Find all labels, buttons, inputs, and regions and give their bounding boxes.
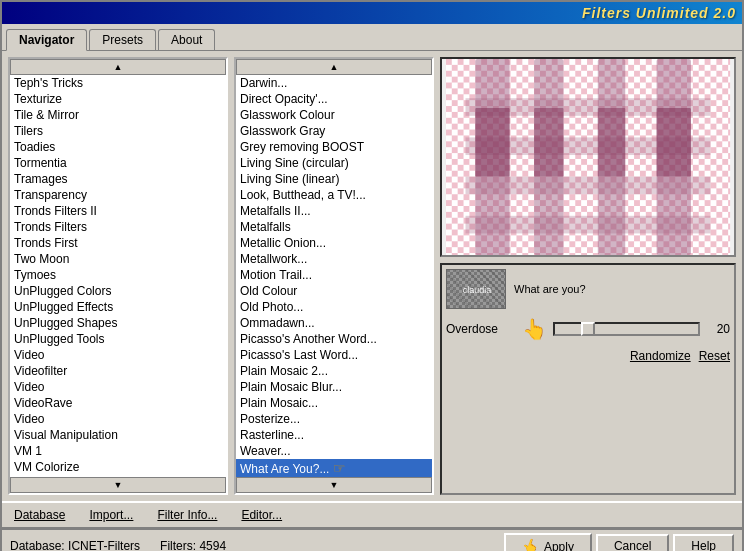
middle-list-item[interactable]: Motion Trail... bbox=[236, 267, 432, 283]
tab-navigator[interactable]: Navigator bbox=[6, 29, 87, 51]
left-list-item[interactable]: Teph's Tricks bbox=[10, 75, 226, 91]
left-scroll-down[interactable]: ▼ bbox=[10, 477, 226, 493]
left-list-item[interactable]: UnPlugged Effects bbox=[10, 299, 226, 315]
left-list-item[interactable]: Tormentia bbox=[10, 155, 226, 171]
tab-about[interactable]: About bbox=[158, 29, 215, 50]
svg-rect-13 bbox=[475, 108, 509, 177]
info-row: claudia What are you? bbox=[446, 269, 730, 309]
middle-list-item[interactable]: Picasso's Last Word... bbox=[236, 347, 432, 363]
apply-hand-icon: 👆 bbox=[520, 536, 541, 551]
left-list-item[interactable]: Video bbox=[10, 347, 226, 363]
svg-rect-20 bbox=[447, 269, 505, 309]
reset-button[interactable]: Reset bbox=[699, 349, 730, 363]
status-filters: Filters: 4594 bbox=[160, 539, 226, 551]
left-list-item[interactable]: UnPlugged Colors bbox=[10, 283, 226, 299]
middle-list-item[interactable]: Look, Butthead, a TV!... bbox=[236, 187, 432, 203]
left-list-item[interactable]: Visual Manipulation bbox=[10, 427, 226, 443]
middle-list-item[interactable]: Old Photo... bbox=[236, 299, 432, 315]
middle-list-item[interactable]: Metalfalls II... bbox=[236, 203, 432, 219]
help-button[interactable]: Help bbox=[673, 534, 734, 551]
middle-list-item[interactable]: Metalfalls bbox=[236, 219, 432, 235]
left-list-item[interactable]: Texturize bbox=[10, 91, 226, 107]
middle-filter-panel: ▲ Darwin...Direct Opacity'...Glasswork C… bbox=[234, 57, 434, 495]
left-list-item[interactable]: Toadies bbox=[10, 139, 226, 155]
filters-label: Filters: bbox=[160, 539, 196, 551]
claudia-thumbnail: claudia bbox=[446, 269, 506, 309]
svg-rect-15 bbox=[598, 108, 625, 177]
middle-list-item[interactable]: Glasswork Colour bbox=[236, 107, 432, 123]
cancel-button[interactable]: Cancel bbox=[596, 534, 669, 551]
left-category-panel: ▲ Teph's TricksTexturizeTile & MirrorTil… bbox=[8, 57, 228, 495]
tab-presets[interactable]: Presets bbox=[89, 29, 156, 50]
overdose-slider[interactable] bbox=[553, 322, 700, 336]
left-list-item[interactable]: Two Moon bbox=[10, 251, 226, 267]
middle-list-item[interactable]: Weaver... bbox=[236, 443, 432, 459]
left-scroll-up[interactable]: ▲ bbox=[10, 59, 226, 75]
apply-button[interactable]: 👆 Apply bbox=[504, 533, 592, 551]
left-list[interactable]: Teph's TricksTexturizeTile & MirrorTiler… bbox=[10, 75, 226, 477]
left-list-item[interactable]: UnPlugged Shapes bbox=[10, 315, 226, 331]
middle-list-item[interactable]: Direct Opacity'... bbox=[236, 91, 432, 107]
bottom-toolbar: Database Import... Filter Info... Editor… bbox=[2, 501, 742, 529]
left-list-item[interactable]: Transparency bbox=[10, 187, 226, 203]
middle-list-item[interactable]: Rasterline... bbox=[236, 427, 432, 443]
main-content: ▲ Teph's TricksTexturizeTile & MirrorTil… bbox=[2, 51, 742, 501]
main-window: Filters Unlimited 2.0 Navigator Presets … bbox=[0, 0, 744, 551]
apply-label: Apply bbox=[544, 540, 574, 551]
left-list-item[interactable]: Tilers bbox=[10, 123, 226, 139]
middle-list-item[interactable]: Darwin... bbox=[236, 75, 432, 91]
svg-rect-11 bbox=[466, 177, 711, 195]
hand-icon: 👆 bbox=[522, 317, 547, 341]
editor-button[interactable]: Editor... bbox=[237, 506, 286, 524]
middle-scroll-up[interactable]: ▲ bbox=[236, 59, 432, 75]
overdose-row: Overdose 👆 20 bbox=[446, 315, 730, 343]
svg-text:claudia: claudia bbox=[463, 285, 492, 295]
left-list-item[interactable]: Video bbox=[10, 379, 226, 395]
left-list-item[interactable]: Videofilter bbox=[10, 363, 226, 379]
svg-rect-16 bbox=[657, 108, 691, 177]
middle-list-item[interactable]: Metallwork... bbox=[236, 251, 432, 267]
middle-list-item[interactable]: Glasswork Gray bbox=[236, 123, 432, 139]
middle-scroll-down[interactable]: ▼ bbox=[236, 477, 432, 493]
middle-list-item[interactable]: Plain Mosaic Blur... bbox=[236, 379, 432, 395]
left-list-item[interactable]: Tile & Mirror bbox=[10, 107, 226, 123]
preview-canvas bbox=[442, 59, 734, 255]
svg-rect-14 bbox=[534, 108, 563, 177]
middle-list-item[interactable]: Living Sine (circular) bbox=[236, 155, 432, 171]
randomize-reset-row: Randomize Reset bbox=[446, 349, 730, 363]
middle-list-item[interactable]: What Are You?... ☞ bbox=[236, 459, 432, 477]
left-list-item[interactable]: VM Colorize bbox=[10, 459, 226, 475]
middle-list-item[interactable]: Picasso's Another Word... bbox=[236, 331, 432, 347]
controls-area: claudia What are you? Overdose 👆 20 bbox=[440, 263, 736, 495]
left-list-item[interactable]: VM 1 bbox=[10, 443, 226, 459]
middle-list-item[interactable]: Ommadawn... bbox=[236, 315, 432, 331]
middle-list-item[interactable]: Metallic Onion... bbox=[236, 235, 432, 251]
left-list-item[interactable]: Video bbox=[10, 411, 226, 427]
left-list-item[interactable]: UnPlugged Tools bbox=[10, 331, 226, 347]
middle-list-item[interactable]: Old Colour bbox=[236, 283, 432, 299]
panels-container: ▲ Darwin...Direct Opacity'...Glasswork C… bbox=[234, 57, 736, 495]
middle-list-item[interactable]: Plain Mosaic... bbox=[236, 395, 432, 411]
left-list-item[interactable]: Tronds First bbox=[10, 235, 226, 251]
svg-rect-12 bbox=[466, 216, 711, 234]
overdose-value: 20 bbox=[706, 322, 730, 336]
filter-info-button[interactable]: Filter Info... bbox=[153, 506, 221, 524]
left-list-item[interactable]: VideoRave bbox=[10, 395, 226, 411]
left-list-item[interactable]: Tronds Filters II bbox=[10, 203, 226, 219]
left-list-item[interactable]: Tronds Filters bbox=[10, 219, 226, 235]
middle-list-item[interactable]: Plain Mosaic 2... bbox=[236, 363, 432, 379]
status-info: Database: ICNET-Filters Filters: 4594 bbox=[10, 539, 226, 551]
middle-list[interactable]: Darwin...Direct Opacity'...Glasswork Col… bbox=[236, 75, 432, 477]
middle-list-item[interactable]: Posterize... bbox=[236, 411, 432, 427]
randomize-button[interactable]: Randomize bbox=[630, 349, 691, 363]
middle-list-item[interactable]: Living Sine (linear) bbox=[236, 171, 432, 187]
overdose-label: Overdose bbox=[446, 322, 516, 336]
left-list-item[interactable]: Tramages bbox=[10, 171, 226, 187]
database-button[interactable]: Database bbox=[10, 506, 69, 524]
left-list-item[interactable]: Tymoes bbox=[10, 267, 226, 283]
middle-list-item[interactable]: Grey removing BOOST bbox=[236, 139, 432, 155]
import-button[interactable]: Import... bbox=[85, 506, 137, 524]
status-bar: Database: ICNET-Filters Filters: 4594 👆 … bbox=[2, 529, 742, 551]
tabs-bar: Navigator Presets About bbox=[2, 24, 742, 51]
status-database: Database: ICNET-Filters bbox=[10, 539, 140, 551]
